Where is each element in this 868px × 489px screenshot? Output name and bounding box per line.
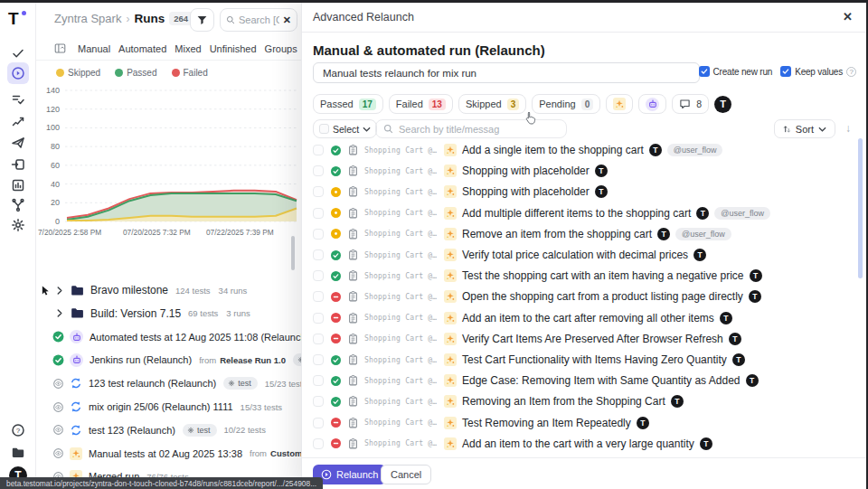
run-folder-row[interactable]: Build: Version 7.1569 tests3 runs: [36, 306, 301, 322]
test-checkbox[interactable]: [313, 229, 324, 240]
test-checkbox[interactable]: [313, 270, 324, 281]
test-row[interactable]: Shopping Cart @…Open the shopping cart f…: [313, 287, 767, 306]
filter-chip-failed[interactable]: Failed13: [389, 94, 453, 114]
tab-unfinished[interactable]: Unfinished: [210, 43, 257, 54]
sidebar-help-icon[interactable]: ?: [7, 419, 29, 441]
test-row[interactable]: Shopping Cart @…Test Removing an Item Re…: [313, 414, 655, 432]
modal-scrollbar[interactable]: [858, 138, 863, 278]
filter-chip-passed[interactable]: Passed17: [313, 94, 383, 114]
view-columns-icon[interactable]: [54, 42, 66, 54]
sidebar-folder-icon[interactable]: [7, 442, 29, 464]
test-row[interactable]: Shopping Cart @…Test the shopping cart w…: [313, 267, 768, 285]
run-row[interactable]: Jenkins run (Relaunch)fromRelease Run 1.…: [36, 352, 301, 368]
keep-values-checkbox[interactable]: Keep values ?: [780, 66, 856, 77]
test-checkbox[interactable]: [313, 354, 324, 365]
test-title[interactable]: Shopping with placeholder: [462, 165, 590, 177]
test-title[interactable]: Shopping with placeholder: [462, 185, 590, 198]
download-icon[interactable]: ↓: [845, 122, 851, 135]
test-row[interactable]: Shopping Cart @…Test Cart Functionality …: [313, 351, 750, 369]
test-checkbox[interactable]: [313, 375, 324, 386]
test-title[interactable]: Add multiple different items to the shop…: [462, 207, 691, 220]
test-title[interactable]: Test Removing an Item Repeatedly: [462, 417, 631, 429]
sidebar-play-circle-icon[interactable]: [7, 62, 29, 84]
test-checkbox[interactable]: [313, 334, 324, 344]
tab-groups[interactable]: Groups: [265, 43, 297, 54]
test-title[interactable]: Removing an Item from the Shopping Cart: [462, 395, 665, 408]
breadcrumb-project[interactable]: Zyntra Spark: [54, 12, 121, 25]
sidebar-import-icon[interactable]: [7, 154, 29, 175]
sidebar-branch-icon[interactable]: [7, 194, 29, 216]
run-name[interactable]: mix origin 25/06 (Relaunch) 1111: [89, 401, 233, 412]
test-row[interactable]: Shopping Cart @…Removing an Item from th…: [313, 392, 689, 410]
sidebar-gear-icon[interactable]: [7, 214, 29, 236]
run-row[interactable]: Automated tests at 12 Aug 2025 11:08 (Re…: [36, 329, 301, 345]
run-row[interactable]: 123 test relaunch (Relaunch)test15/23 te…: [36, 375, 301, 391]
sidebar-list-check-icon[interactable]: [7, 89, 29, 110]
test-row[interactable]: Shopping Cart @…Edge Case: Removing Item…: [313, 371, 764, 390]
test-checkbox[interactable]: [313, 313, 324, 324]
run-row[interactable]: mix origin 25/06 (Relaunch) 111115/33 te…: [36, 399, 301, 415]
test-checkbox[interactable]: [313, 249, 324, 260]
test-checkbox[interactable]: [313, 418, 324, 428]
test-title[interactable]: Verify Cart Items Are Preserved After Br…: [462, 333, 723, 345]
expand-chevron-icon[interactable]: [56, 287, 63, 295]
run-name[interactable]: test 123 (Relaunch): [89, 425, 175, 436]
test-checkbox[interactable]: [313, 165, 324, 176]
panel-resize-handle[interactable]: [291, 236, 295, 270]
folder-name[interactable]: Build: Version 7.15: [90, 307, 181, 320]
test-title[interactable]: Remove an item from the shopping cart: [462, 228, 652, 240]
sidebar-plane-icon[interactable]: [7, 132, 29, 154]
filter-chip-robot[interactable]: [638, 94, 666, 114]
cancel-button[interactable]: Cancel: [381, 465, 431, 484]
test-checkbox[interactable]: [313, 396, 324, 407]
assignee-avatar[interactable]: T: [714, 96, 731, 113]
test-row[interactable]: Shopping Cart @…Shopping with placeholde…: [313, 162, 613, 180]
test-checkbox[interactable]: [313, 438, 324, 449]
test-row[interactable]: Shopping Cart @…Verify Cart Items Are Pr…: [313, 330, 747, 348]
test-row[interactable]: Shopping Cart @…Add a single item to the…: [313, 141, 722, 159]
run-name[interactable]: Automated tests at 12 Aug 2025 11:08 (Re…: [90, 332, 301, 343]
test-title[interactable]: Open the shopping cart from a product li…: [462, 290, 743, 303]
run-name-input[interactable]: Manual tests relaunch for mix run: [313, 62, 700, 83]
test-row[interactable]: Shopping Cart @…Shopping with placeholde…: [313, 183, 613, 201]
filter-chip-pending[interactable]: Pending0: [532, 94, 600, 114]
test-row[interactable]: Shopping Cart @…Remove an item from the …: [313, 225, 731, 243]
tests-search-input[interactable]: Search by title/messag: [375, 119, 567, 138]
test-title[interactable]: Verify total price calculation with deci…: [462, 249, 688, 261]
run-folder-row[interactable]: Bravo milestone124 tests34 runs: [36, 282, 301, 298]
test-title[interactable]: Add an item to the cart with a very larg…: [462, 437, 694, 450]
run-name[interactable]: Manual tests at 02 Aug 2025 13:38: [89, 448, 242, 459]
test-title[interactable]: Add an item to the cart after removing a…: [462, 312, 714, 324]
select-dropdown[interactable]: Select: [313, 119, 377, 138]
modal-close-icon[interactable]: ✕: [843, 10, 853, 24]
filter-chip-sparkle[interactable]: [606, 94, 633, 114]
test-title[interactable]: Test the shopping cart with an item havi…: [462, 269, 744, 282]
filter-button[interactable]: [190, 8, 214, 32]
search-clear-icon[interactable]: ✕: [283, 14, 291, 26]
test-row[interactable]: Shopping Cart @…Add an item to the cart …: [313, 435, 718, 453]
run-name[interactable]: Jenkins run (Relaunch): [90, 354, 192, 365]
test-row[interactable]: Shopping Cart @…Add multiple different i…: [313, 204, 770, 222]
create-new-run-checkbox[interactable]: Create new run: [699, 66, 773, 77]
expand-chevron-icon[interactable]: [56, 309, 63, 317]
run-row[interactable]: test 123 (Relaunch)test10/22 tests: [36, 422, 301, 438]
sidebar-report-icon[interactable]: [7, 174, 29, 196]
test-checkbox[interactable]: [313, 208, 324, 219]
select-all-checkbox[interactable]: [319, 124, 329, 134]
tab-manual[interactable]: Manual: [78, 43, 110, 54]
test-title[interactable]: Add a single item to the shopping cart: [462, 144, 644, 156]
folder-name[interactable]: Bravo milestone: [90, 284, 168, 296]
sidebar-check-icon[interactable]: [7, 42, 29, 64]
filter-chip-comment[interactable]: 8: [672, 94, 709, 114]
sidebar-steps-icon[interactable]: [7, 110, 29, 132]
breadcrumb-page[interactable]: Runs: [134, 12, 165, 25]
filter-chip-skipped[interactable]: Skipped3: [458, 94, 526, 114]
test-checkbox[interactable]: [313, 145, 324, 155]
test-title[interactable]: Test Cart Functionality with Items Havin…: [462, 353, 727, 366]
tab-automated[interactable]: Automated: [118, 43, 166, 54]
run-name[interactable]: 123 test relaunch (Relaunch): [89, 378, 216, 389]
run-row[interactable]: Manual tests at 02 Aug 2025 13:38fromCus…: [36, 446, 301, 462]
test-row[interactable]: Shopping Cart @…Verify total price calcu…: [313, 246, 712, 264]
runs-search-input[interactable]: Search [C ✕: [220, 8, 297, 32]
relaunch-button[interactable]: Relaunch: [313, 465, 386, 484]
